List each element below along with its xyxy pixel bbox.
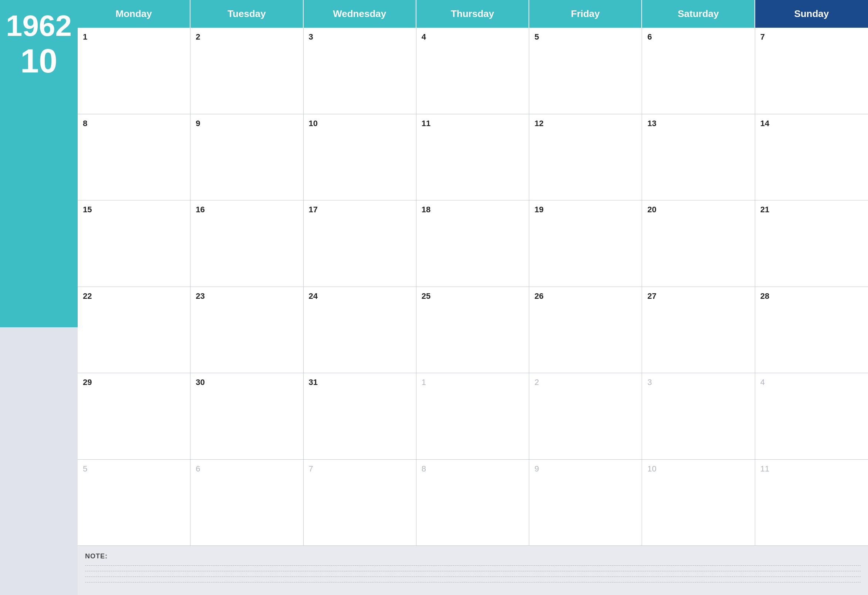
day-header-friday: Friday [529,0,642,28]
day-number: 10 [309,119,411,128]
day-number: 2 [534,378,636,387]
day-number: 1 [83,32,185,42]
day-header-saturday: Saturday [642,0,755,28]
day-cell-w5-d0[interactable]: 5 [78,460,190,546]
day-cell-w1-d0[interactable]: 8 [78,114,190,201]
day-cell-w0-d2[interactable]: 3 [304,28,416,114]
day-number: 22 [83,291,185,301]
day-number: 8 [83,119,185,128]
day-cell-w3-d5[interactable]: 27 [642,287,755,374]
day-cell-w4-d3[interactable]: 1 [416,373,529,460]
day-number: 11 [422,119,524,128]
day-cell-w3-d3[interactable]: 25 [416,287,529,374]
day-number: 5 [83,464,185,474]
day-cell-w3-d0[interactable]: 22 [78,287,190,374]
day-cell-w5-d1[interactable]: 6 [190,460,303,546]
day-number: 2 [196,32,298,42]
day-number: 5 [534,32,636,42]
day-cell-w5-d5[interactable]: 10 [642,460,755,546]
day-number: 25 [422,291,524,301]
day-header-wednesday: Wednesday [304,0,416,28]
day-header-sunday: Sunday [755,0,868,28]
day-cell-w2-d1[interactable]: 16 [190,201,303,287]
day-number: 3 [647,378,749,387]
day-number: 6 [647,32,749,42]
day-number: 12 [534,119,636,128]
day-number: 13 [647,119,749,128]
day-cell-w1-d4[interactable]: 12 [529,114,642,201]
day-number: 7 [760,32,863,42]
day-number: 10 [647,464,749,474]
day-cell-w5-d4[interactable]: 9 [529,460,642,546]
day-cell-w4-d6[interactable]: 4 [755,373,868,460]
day-cell-w3-d2[interactable]: 24 [304,287,416,374]
day-header-thursday: Thursday [416,0,529,28]
day-number: 1 [422,378,524,387]
day-number: 30 [196,378,298,387]
day-number: 15 [83,205,185,214]
day-cell-w2-d2[interactable]: 17 [304,201,416,287]
note-label: NOTE: [85,552,861,560]
day-cell-w4-d5[interactable]: 3 [642,373,755,460]
day-cell-w4-d0[interactable]: 29 [78,373,190,460]
day-cell-w2-d6[interactable]: 21 [755,201,868,287]
day-header-monday: Monday [78,0,190,28]
day-number: 26 [534,291,636,301]
day-number: 18 [422,205,524,214]
calendar-main: MondayTuesdayWednesdayThursdayFridaySatu… [78,0,868,595]
day-cell-w2-d5[interactable]: 20 [642,201,755,287]
day-number: 31 [309,378,411,387]
day-cell-w3-d1[interactable]: 23 [190,287,303,374]
day-number: 20 [647,205,749,214]
day-number: 6 [196,464,298,474]
day-number: 4 [422,32,524,42]
day-cell-w5-d6[interactable]: 11 [755,460,868,546]
calendar-wrapper: 1962 10 October MondayTuesdayWednesdayTh… [0,0,868,595]
sidebar: 1962 10 October [0,0,78,595]
day-cell-w0-d5[interactable]: 6 [642,28,755,114]
day-cell-w0-d3[interactable]: 4 [416,28,529,114]
day-cell-w5-d2[interactable]: 7 [304,460,416,546]
day-cell-w4-d1[interactable]: 30 [190,373,303,460]
day-number: 8 [422,464,524,474]
day-cell-w2-d3[interactable]: 18 [416,201,529,287]
day-number: 9 [534,464,636,474]
day-cell-w3-d4[interactable]: 26 [529,287,642,374]
sidebar-month-name: October [8,96,70,115]
day-cell-w1-d5[interactable]: 13 [642,114,755,201]
note-line-1 [85,565,861,566]
sidebar-year: 1962 [6,11,72,41]
day-headers: MondayTuesdayWednesdayThursdayFridaySatu… [78,0,868,28]
day-number: 23 [196,291,298,301]
day-cell-w1-d2[interactable]: 10 [304,114,416,201]
day-number: 28 [760,291,863,301]
day-number: 21 [760,205,863,214]
day-number: 19 [534,205,636,214]
day-cell-w5-d3[interactable]: 8 [416,460,529,546]
day-cell-w2-d0[interactable]: 15 [78,201,190,287]
day-cell-w0-d1[interactable]: 2 [190,28,303,114]
note-line-4 [85,582,861,582]
day-number: 29 [83,378,185,387]
day-cell-w1-d6[interactable]: 14 [755,114,868,201]
day-cell-w0-d0[interactable]: 1 [78,28,190,114]
day-cell-w1-d3[interactable]: 11 [416,114,529,201]
day-cell-w3-d6[interactable]: 28 [755,287,868,374]
day-number: 16 [196,205,298,214]
day-header-tuesday: Tuesday [190,0,303,28]
day-cell-w1-d1[interactable]: 9 [190,114,303,201]
day-number: 17 [309,205,411,214]
note-line-3 [85,576,861,577]
calendar-grid: 1234567891011121314151617181920212223242… [78,28,868,546]
day-cell-w2-d4[interactable]: 19 [529,201,642,287]
day-cell-w0-d6[interactable]: 7 [755,28,868,114]
day-number: 11 [760,464,863,474]
day-cell-w4-d4[interactable]: 2 [529,373,642,460]
day-cell-w4-d2[interactable]: 31 [304,373,416,460]
day-cell-w0-d4[interactable]: 5 [529,28,642,114]
day-number: 4 [760,378,863,387]
day-number: 27 [647,291,749,301]
day-number: 9 [196,119,298,128]
note-line-2 [85,571,861,571]
day-number: 3 [309,32,411,42]
